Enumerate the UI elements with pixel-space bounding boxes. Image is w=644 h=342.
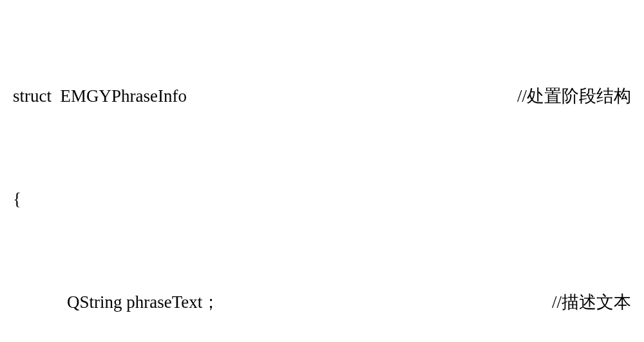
field-line: QString phraseText； //描述文本 (13, 290, 631, 316)
keyword-struct: struct (13, 86, 61, 106)
field-code: QString phraseText； (13, 290, 220, 316)
struct-name: EMGYPhraseInfo (61, 86, 187, 106)
comment: //处置阶段结构 (517, 84, 631, 109)
struct-declaration: struct EMGYPhraseInfo //处置阶段结构 (13, 84, 631, 109)
comment: //描述文本 (552, 290, 631, 316)
code-listing: struct EMGYPhraseInfo //处置阶段结构 { QString… (13, 6, 631, 342)
brace-open: { (13, 187, 631, 213)
